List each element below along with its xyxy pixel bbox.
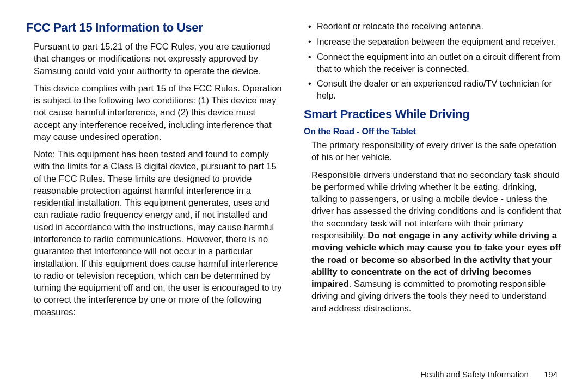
driving-subheading: On the Road - Off the Tablet — [304, 127, 562, 137]
list-item: Increase the separation between the equi… — [308, 36, 562, 48]
driving-para-2-lead: Responsible drivers understand that no s… — [311, 170, 561, 240]
left-column: FCC Part 15 Information to User Pursuant… — [26, 21, 284, 358]
list-item: Reorient or relocate the receiving anten… — [308, 21, 562, 33]
right-column: Reorient or relocate the receiving anten… — [304, 21, 562, 358]
fcc-para-1: Pursuant to part 15.21 of the FCC Rules,… — [26, 40, 284, 77]
page-footer: Health and Safety Information 194 — [420, 370, 558, 379]
page-number: 194 — [544, 370, 558, 379]
fcc-para-2: This device complies with part 15 of the… — [26, 82, 284, 143]
list-item: Consult the dealer or an experienced rad… — [308, 78, 562, 102]
list-item: Connect the equipment into an outlet on … — [308, 51, 562, 75]
footer-label: Health and Safety Information — [420, 370, 528, 379]
fcc-heading: FCC Part 15 Information to User — [26, 21, 284, 35]
fcc-para-3: Note: This equipment has been tested and… — [26, 148, 284, 318]
two-column-layout: FCC Part 15 Information to User Pursuant… — [26, 21, 562, 358]
driving-heading: Smart Practices While Driving — [304, 107, 562, 121]
driving-para-1: The primary responsibility of every driv… — [304, 139, 562, 163]
interference-measures-list: Reorient or relocate the receiving anten… — [304, 21, 562, 102]
driving-para-2: Responsible drivers understand that no s… — [304, 169, 562, 314]
